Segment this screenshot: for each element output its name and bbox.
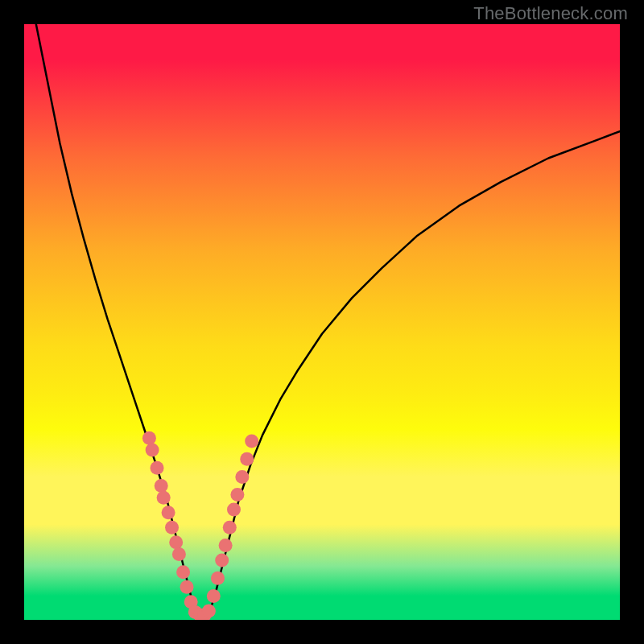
- highlight-dot: [151, 461, 164, 475]
- highlight-dot: [142, 431, 156, 445]
- series-right-curve: [208, 131, 620, 613]
- highlight-dot: [172, 547, 186, 561]
- highlight-dots: [142, 431, 258, 620]
- highlight-dot: [240, 452, 254, 466]
- highlight-dot: [176, 565, 190, 579]
- watermark-text: TheBottleneck.com: [473, 3, 628, 24]
- highlight-dot: [180, 580, 194, 594]
- highlight-dot: [146, 444, 159, 457]
- highlight-dot: [215, 554, 229, 568]
- highlight-dot: [230, 488, 244, 502]
- plot-svg: [24, 24, 620, 620]
- highlight-dot: [245, 435, 258, 448]
- chart-stage: TheBottleneck.com: [0, 0, 644, 644]
- bottleneck-curves: [36, 24, 620, 617]
- highlight-dot: [235, 470, 249, 484]
- highlight-dot: [155, 479, 168, 493]
- highlight-dot: [157, 491, 171, 505]
- highlight-dot: [211, 572, 225, 585]
- highlight-dot: [223, 521, 237, 535]
- highlight-dot: [202, 604, 216, 617]
- highlight-dot: [207, 589, 221, 603]
- highlight-dot: [169, 535, 183, 549]
- highlight-dot: [162, 506, 175, 519]
- highlight-dot: [165, 521, 179, 535]
- highlight-dot: [227, 503, 241, 517]
- plot-area: [24, 24, 620, 620]
- highlight-dot: [219, 539, 233, 552]
